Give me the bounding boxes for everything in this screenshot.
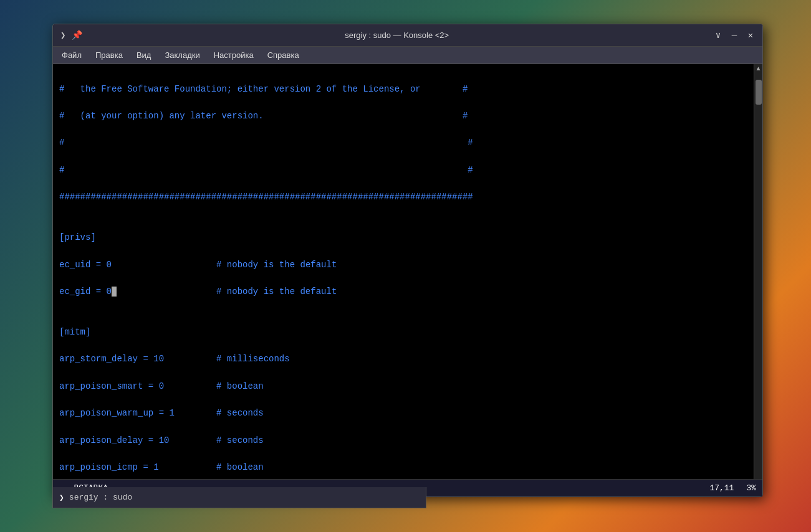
terminal-line-12: arp_poison_smart = 0 # boolean [59,380,747,394]
terminal-line-15: arp_poison_icmp = 1 # boolean [59,461,747,475]
menu-bookmarks[interactable]: Закладки [158,49,206,62]
terminal-content[interactable]: # the Free Software Foundation; either v… [53,64,754,479]
bottom-user-label: sergiy : sudo [69,493,132,502]
bottom-terminal-bar: ❯ sergiy : sudo [52,487,426,508]
terminal-line-0: # the Free Software Foundation; either v… [59,83,747,97]
terminal-line-3: # # [59,164,747,178]
scrollbar-thumb[interactable] [756,80,762,105]
minimize-button[interactable]: — [727,29,741,42]
menu-view[interactable]: Вид [130,49,158,62]
titlebar-controls: ∨ — ✕ [711,29,757,42]
konsole-window: ❯ 📌 sergiy : sudo — Konsole <2> ∨ — ✕ Фа… [52,24,763,497]
terminal-line-11: arp_storm_delay = 10 # milliseconds [59,353,747,366]
cursor [112,287,117,297]
scroll-percent: 3% [746,483,756,493]
titlebar: ❯ 📌 sergiy : sudo — Konsole <2> ∨ — ✕ [53,24,762,47]
terminal-line-7: ec_uid = 0 # nobody is the default [59,259,747,272]
terminal-line-13: arp_poison_warm_up = 1 # seconds [59,407,747,420]
menu-file[interactable]: Файл [55,49,88,62]
close-button[interactable]: ✕ [744,29,757,42]
menu-settings[interactable]: Настройка [208,49,260,62]
scrollbar-up-arrow[interactable]: ▲ [755,64,761,74]
terminal-line-6: [privs] [59,231,747,245]
terminal-line-14: arp_poison_delay = 10 # seconds [59,434,747,448]
terminal-line-8: ec_gid = 0 # nobody is the default [59,285,747,299]
scrollbar[interactable]: ▲ [754,64,762,479]
terminal-wrapper: # the Free Software Foundation; either v… [53,64,762,479]
terminal-line-4: ########################################… [59,191,747,204]
dropdown-button[interactable]: ∨ [711,29,725,42]
terminal-line-2: # # [59,136,747,150]
menu-help[interactable]: Справка [261,49,305,62]
bottom-prompt-icon: ❯ [59,493,64,503]
menubar: Файл Правка Вид Закладки Настройка Справ… [53,47,762,64]
titlebar-arrow-icon[interactable]: ❯ [58,29,68,42]
window-title: sergiy : sudo — Konsole <2> [82,31,711,40]
menu-edit[interactable]: Правка [89,49,129,62]
cursor-position: 17,11 [709,483,734,493]
titlebar-pin-icon[interactable]: 📌 [72,30,82,40]
terminal-line-10: [mitm] [59,326,747,340]
titlebar-left: ❯ 📌 [58,29,82,42]
terminal-line-1: # (at your option) any later version. # [59,110,747,123]
